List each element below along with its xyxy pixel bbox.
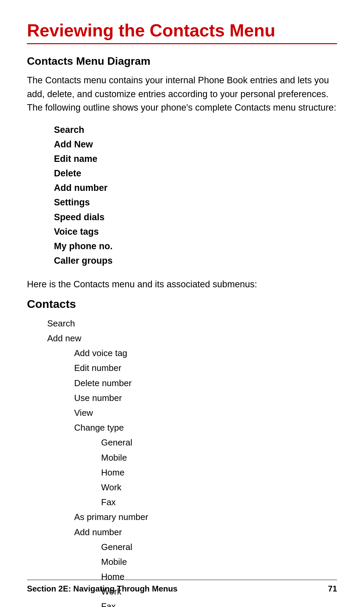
submenu-item: Home [101, 465, 337, 480]
footer-left: Section 2E: Navigating Through Menus [27, 584, 178, 594]
submenu-item: Work [101, 480, 337, 495]
submenu-item: Change type [74, 420, 337, 435]
title-rule [27, 43, 337, 44]
submenu-item: Fax [101, 599, 337, 607]
menu-list-item: Delete [54, 166, 337, 181]
intro-paragraph: The Contacts menu contains your internal… [27, 74, 337, 115]
menu-list-item: Add New [54, 137, 337, 152]
submenu-item: Mobile [101, 554, 337, 569]
page-title: Reviewing the Contacts Menu [27, 20, 337, 40]
submenu-item: Delete number [74, 376, 337, 391]
contacts-heading: Contacts [27, 297, 337, 311]
footer-right: 71 [328, 584, 337, 594]
submenu-item: Use number [74, 391, 337, 405]
submenu-item: General [101, 540, 337, 554]
footer: Section 2E: Navigating Through Menus 71 [27, 580, 337, 594]
between-text: Here is the Contacts menu and its associ… [27, 278, 337, 291]
page-container: Reviewing the Contacts Menu Contacts Men… [0, 0, 364, 607]
menu-list-item: Caller groups [54, 254, 337, 268]
submenu-container: SearchAdd newAdd voice tagEdit numberDel… [47, 316, 337, 607]
submenu-item: Search [47, 316, 337, 331]
menu-list-item: Voice tags [54, 225, 337, 239]
menu-list-item: Speed dials [54, 210, 337, 225]
menu-list-item: Add number [54, 181, 337, 195]
submenu-item: View [74, 405, 337, 420]
submenu-item: Add number [74, 525, 337, 540]
menu-list-item: Search [54, 123, 337, 137]
submenu-item: General [101, 435, 337, 450]
submenu-item: Mobile [101, 450, 337, 465]
section1-heading: Contacts Menu Diagram [27, 55, 337, 67]
submenu-item: Edit number [74, 360, 337, 375]
submenu-item: As primary number [74, 510, 337, 524]
menu-list-item: Settings [54, 195, 337, 210]
submenu-item: Add new [47, 331, 337, 346]
menu-list-item: Edit name [54, 152, 337, 166]
submenu-item: Add voice tag [74, 346, 337, 360]
submenu-item: Fax [101, 495, 337, 510]
menu-list-item: My phone no. [54, 239, 337, 254]
menu-list: SearchAdd NewEdit nameDeleteAdd numberSe… [54, 123, 337, 268]
